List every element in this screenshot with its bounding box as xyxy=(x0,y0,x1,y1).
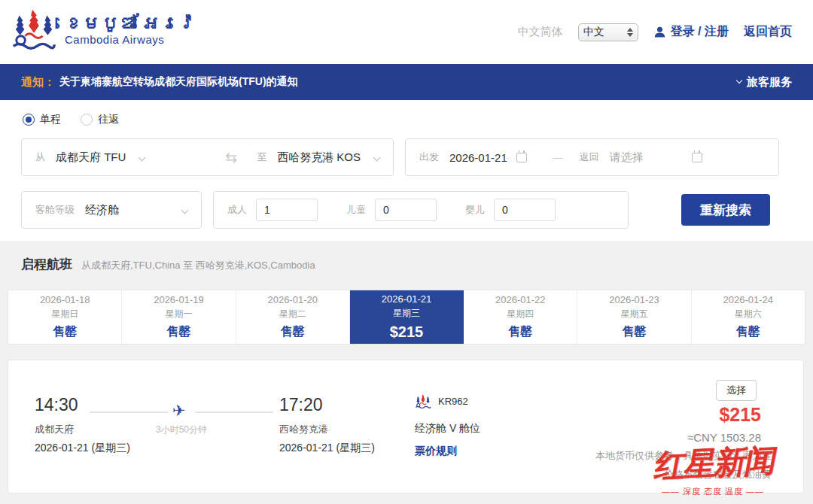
swap-airports-icon[interactable]: ⇆ xyxy=(225,149,237,166)
tab-status: 售罄 xyxy=(623,324,647,340)
price-note-exchange: 本地货币仅供参考，具体以实际汇率为准 xyxy=(595,449,772,463)
language-select-value: 中文 xyxy=(583,26,604,39)
arrive-time: 17:20 xyxy=(279,395,375,415)
flight-result-card: 14:30 成都天府 2026-01-21 (星期三) ✈ 3小时50分钟 17… xyxy=(8,360,804,493)
calendar-icon[interactable] xyxy=(692,153,702,162)
language-select[interactable]: 中文 xyxy=(578,23,638,41)
child-label: 儿童 xyxy=(346,203,366,217)
adult-count-input[interactable] xyxy=(256,199,318,221)
child-count-input[interactable] xyxy=(375,199,437,221)
route-field-group: 从 成都天府 TFU ⇆ 至 西哈努克港 KOS xyxy=(21,138,394,176)
tab-date: 2026-01-23 xyxy=(609,294,659,305)
timeline-line xyxy=(90,411,168,413)
date-tab[interactable]: 2026-01-20 星期二 售罄 xyxy=(236,290,350,344)
return-date-picker[interactable]: 请选择 xyxy=(610,150,644,165)
tab-weekday: 星期一 xyxy=(165,308,192,320)
depart-date-picker[interactable]: 2026-01-21 xyxy=(449,151,507,164)
tab-weekday: 星期三 xyxy=(393,307,420,320)
cabin-class-label: 客舱等级 xyxy=(35,203,75,217)
brand-name-text: Cambodia Airways xyxy=(65,34,196,46)
trip-type-round-label: 往返 xyxy=(98,113,119,126)
from-airport-select[interactable]: 成都天府 TFU xyxy=(56,150,126,165)
flight-price-cny: ≈CNY 1503.28 xyxy=(595,431,772,444)
date-tab-active[interactable]: 2026-01-21 星期三 $215 xyxy=(350,290,464,344)
tab-date: 2026-01-21 xyxy=(382,293,432,305)
flight-duration: 3小时50分钟 xyxy=(90,424,273,436)
tab-weekday: 星期日 xyxy=(51,308,78,320)
date-field-group: 出发 2026-01-21 — 返回 请选择 xyxy=(405,138,779,176)
tab-status: 售罄 xyxy=(166,324,190,340)
date-tab[interactable]: 2026-01-19 星期一 售罄 xyxy=(122,290,236,344)
cabin-booking-class: 经济舱 V 舱位 xyxy=(415,422,480,436)
cambodia-airways-logo-icon xyxy=(11,8,57,51)
user-icon xyxy=(653,26,666,38)
back-home-link[interactable]: 返回首页 xyxy=(744,24,792,40)
calendar-icon[interactable] xyxy=(516,153,527,162)
select-spinner-icon xyxy=(627,28,633,37)
timeline-line xyxy=(195,411,273,413)
trip-type-round-radio[interactable]: 往返 xyxy=(81,113,119,126)
notice-bar: 通知： 关于柬埔寨航空转场成都天府国际机场(TFU)的通知 旅客服务 xyxy=(0,64,813,100)
passenger-service-label: 旅客服务 xyxy=(747,75,792,90)
tab-date: 2026-01-19 xyxy=(154,294,204,305)
tab-weekday: 星期四 xyxy=(507,308,534,320)
trip-type-oneway-label: 单程 xyxy=(40,113,61,126)
tab-status: 售罄 xyxy=(508,324,532,340)
flight-price-usd: $215 xyxy=(595,404,772,426)
cabin-class-value: 经济舱 xyxy=(85,203,119,217)
brand-khmer-text: ខេមបូឌា អែរវ៉េ xyxy=(65,14,196,32)
date-tab[interactable]: 2026-01-23 星期五 售罄 xyxy=(577,290,691,344)
section-title: 启程航班 xyxy=(21,256,72,273)
tab-weekday: 星期二 xyxy=(279,308,306,320)
tab-status: 售罄 xyxy=(281,324,305,340)
price-note-tax: 价格不包含税金及燃油费 xyxy=(595,468,772,481)
passenger-count-group: 成人 儿童 婴儿 xyxy=(213,191,629,229)
trip-type-oneway-radio[interactable]: 单程 xyxy=(23,113,61,126)
infant-count-input[interactable] xyxy=(494,199,556,221)
chevron-down-icon[interactable] xyxy=(139,153,146,161)
tab-weekday: 星期五 xyxy=(621,308,648,320)
tab-status: 售罄 xyxy=(53,324,77,340)
tab-date: 2026-01-24 xyxy=(723,294,774,305)
date-tab[interactable]: 2026-01-18 星期日 售罄 xyxy=(8,290,122,344)
airline-logo-icon xyxy=(415,393,431,409)
tab-status: 售罄 xyxy=(736,324,760,340)
cabin-class-select[interactable]: 客舱等级 经济舱 xyxy=(21,191,202,229)
date-tab[interactable]: 2026-01-22 星期四 售罄 xyxy=(464,290,577,344)
arrive-airport: 西哈努克港 xyxy=(279,423,375,436)
infant-label: 婴儿 xyxy=(465,203,485,217)
from-label: 从 xyxy=(35,150,45,164)
date-tab-strip: 2026-01-18 星期日 售罄 2026-01-19 星期一 售罄 2026… xyxy=(8,290,805,345)
depart-label: 出发 xyxy=(419,150,439,164)
plane-icon: ✈ xyxy=(172,402,186,420)
search-form-section: 单程 往返 从 成都天府 TFU ⇆ 至 西哈努克港 KOS 出发 2026-0… xyxy=(0,100,813,241)
page-bottom-gap xyxy=(0,493,813,504)
radio-selected-icon xyxy=(23,114,35,126)
tab-status: $215 xyxy=(390,323,424,341)
chevron-down-icon xyxy=(181,206,189,214)
radio-unselected-icon xyxy=(81,114,93,126)
search-again-button[interactable]: 重新搜索 xyxy=(681,194,770,226)
fare-rules-link[interactable]: 票价规则 xyxy=(415,445,480,458)
tab-date: 2026-01-22 xyxy=(495,294,546,305)
depart-date: 2026-01-21 (星期三) xyxy=(35,442,130,455)
top-header: ខេមបូឌា អែរវ៉េ Cambodia Airways 中文简体 中文 … xyxy=(0,0,813,64)
login-register-label: 登录 / 注册 xyxy=(671,24,729,40)
flight-number: KR962 xyxy=(438,396,468,407)
to-airport-select[interactable]: 西哈努克港 KOS xyxy=(277,150,361,165)
date-tab[interactable]: 2026-01-24 星期六 售罄 xyxy=(692,290,805,344)
notice-prefix: 通知： xyxy=(21,75,55,90)
tab-date: 2026-01-18 xyxy=(40,294,90,305)
passenger-service-menu[interactable]: 旅客服务 xyxy=(737,75,792,90)
chevron-down-icon[interactable] xyxy=(373,153,381,161)
return-label: 返回 xyxy=(580,150,599,164)
select-flight-button[interactable]: 选择 xyxy=(716,380,757,401)
date-range-dash: — xyxy=(553,151,563,163)
tab-date: 2026-01-20 xyxy=(267,294,318,305)
login-register-link[interactable]: 登录 / 注册 xyxy=(653,24,729,40)
section-subtitle: 从成都天府,TFU,China 至 西哈努克港,KOS,Cambodia xyxy=(81,259,315,272)
notice-text-link[interactable]: 关于柬埔寨航空转场成都天府国际机场(TFU)的通知 xyxy=(59,75,298,89)
brand-logo[interactable]: ខេមបូឌា អែរវ៉េ Cambodia Airways xyxy=(11,8,196,51)
to-label: 至 xyxy=(257,150,266,164)
language-label: 中文简体 xyxy=(518,25,563,39)
